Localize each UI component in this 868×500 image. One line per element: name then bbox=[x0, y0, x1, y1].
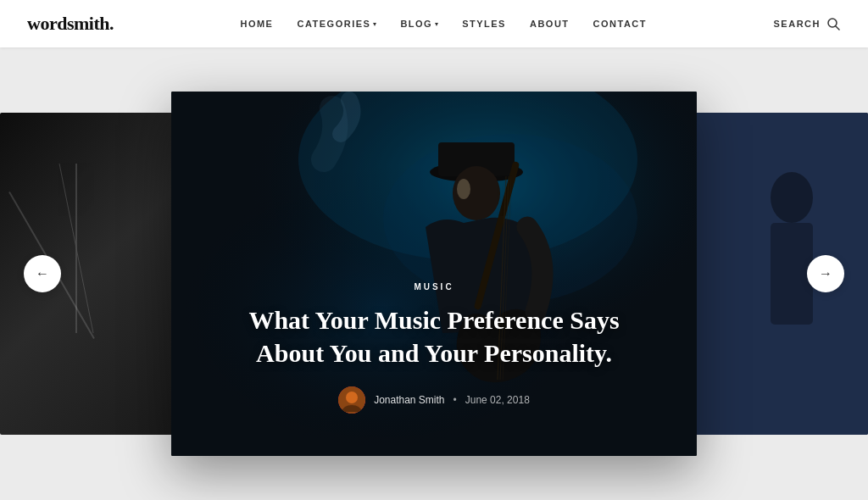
author-avatar bbox=[338, 386, 365, 414]
slide-content: MUSIC What Your Music Preference Says Ab… bbox=[171, 92, 697, 456]
slide-center: MUSIC What Your Music Preference Says Ab… bbox=[171, 92, 697, 456]
slide-meta: Jonathan Smith • June 02, 2018 bbox=[338, 386, 530, 414]
chevron-down-icon: ▾ bbox=[373, 20, 376, 28]
chevron-down-icon: ▾ bbox=[435, 20, 438, 28]
main-content: MUSIC What Your Music Preference Says Ab… bbox=[0, 47, 868, 500]
slider: MUSIC What Your Music Preference Says Ab… bbox=[0, 79, 868, 469]
nav-contact[interactable]: CONTACT bbox=[593, 19, 647, 29]
next-arrow-icon: → bbox=[819, 266, 832, 281]
nav-blog[interactable]: BLOG ▾ bbox=[400, 19, 438, 29]
search-button[interactable]: SEARCH bbox=[774, 16, 841, 31]
slide-category: MUSIC bbox=[414, 282, 453, 292]
main-nav: HOME CATEGORIES ▾ BLOG ▾ STYLES ABOUT CO… bbox=[240, 19, 647, 29]
next-slide-button[interactable]: → bbox=[807, 255, 844, 292]
nav-styles[interactable]: STYLES bbox=[462, 19, 506, 29]
svg-point-21 bbox=[771, 172, 813, 223]
slide-title: What Your Music Preference Says About Yo… bbox=[239, 303, 629, 369]
search-icon bbox=[826, 16, 841, 31]
header: wordsmith. HOME CATEGORIES ▾ BLOG ▾ STYL… bbox=[0, 0, 868, 47]
author-name: Jonathan Smith bbox=[374, 394, 444, 406]
logo[interactable]: wordsmith. bbox=[27, 13, 114, 35]
nav-categories[interactable]: CATEGORIES ▾ bbox=[297, 19, 376, 29]
nav-home[interactable]: HOME bbox=[240, 19, 273, 29]
svg-line-1 bbox=[836, 26, 839, 30]
post-date: June 02, 2018 bbox=[465, 394, 530, 406]
prev-arrow-icon: ← bbox=[36, 266, 49, 281]
svg-point-18 bbox=[346, 392, 358, 403]
prev-slide-button[interactable]: ← bbox=[24, 255, 61, 292]
nav-about[interactable]: ABOUT bbox=[530, 19, 570, 29]
search-label: SEARCH bbox=[774, 19, 821, 29]
meta-separator: • bbox=[453, 394, 457, 406]
